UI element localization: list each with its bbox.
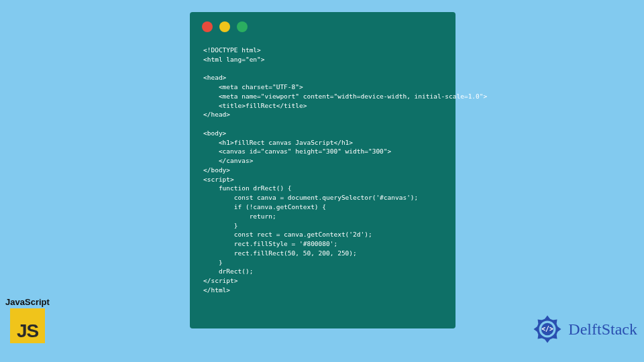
javascript-logo-text: JS <box>17 320 38 343</box>
code-block: <!DOCTYPE html> <html lang="en"> <head> … <box>190 36 455 302</box>
javascript-badge: JavaScript JS <box>1 297 54 343</box>
delftstack-text: DelftStack <box>568 320 637 339</box>
svg-text:</>: </> <box>542 325 554 333</box>
code-window: <!DOCTYPE html> <html lang="en"> <head> … <box>190 12 455 328</box>
minimize-icon <box>219 21 230 32</box>
close-icon <box>202 21 213 32</box>
delftstack-icon: </> <box>529 311 566 347</box>
javascript-logo-icon: JS <box>10 308 45 343</box>
javascript-label: JavaScript <box>1 297 54 307</box>
delftstack-logo: </> DelftStack <box>529 311 637 347</box>
maximize-icon <box>237 21 248 32</box>
window-controls <box>190 12 455 36</box>
